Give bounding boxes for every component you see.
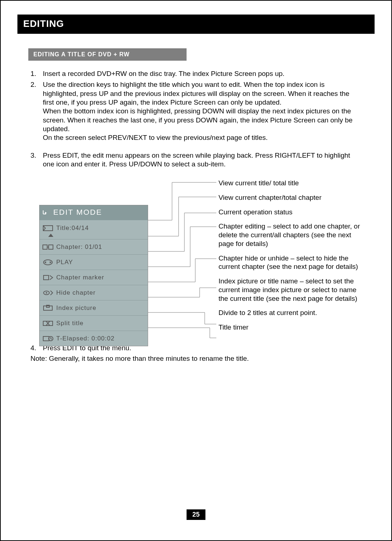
hide-icon [40, 289, 56, 296]
panel-row: Title:04/14 [40, 220, 148, 239]
chapter-icon [40, 243, 56, 251]
panel-row: Hide chapter [40, 285, 148, 300]
step-number: 2. [30, 80, 43, 142]
callout-text: Index picture or title name – select to … [219, 277, 367, 303]
panel-row-label: Index picture [56, 304, 148, 312]
callout-text: Current operation status [219, 208, 367, 217]
panel-row-label: Chapter: 01/01 [56, 243, 148, 251]
edit-mode-diagram: EDIT MODE Title:04/14 [30, 179, 362, 342]
up-triangle-icon [48, 234, 53, 237]
arrow-right-icon [42, 207, 48, 217]
panel-title: EDIT MODE [40, 205, 148, 220]
callout-text: View current chapter/total chapter [219, 193, 367, 202]
callout-text: Chapter editing – select to add one chap… [219, 222, 367, 248]
panel-row: T-Elapsed: 0:00:02 [40, 331, 148, 346]
panel-row-label: Chapter marker [56, 274, 148, 282]
elapsed-icon [40, 335, 56, 342]
panel-row: Index picture [40, 300, 148, 315]
steps-list: 1. Insert a recorded DVD+RW on the disc … [30, 69, 362, 142]
body-content: 1. Insert a recorded DVD+RW on the disc … [17, 61, 375, 363]
index-icon [40, 304, 56, 312]
panel-row: Split title [40, 315, 148, 331]
svg-point-7 [46, 292, 47, 294]
svg-rect-1 [43, 245, 47, 249]
play-icon [40, 259, 56, 266]
split-icon [40, 320, 56, 327]
note-text: Note: Generally, it takes no more than t… [30, 354, 362, 363]
list-item: 3. Press EDIT, the edit menu appears on … [30, 151, 362, 169]
panel-row-label: Title:04/14 [56, 224, 148, 232]
section-subtitle-bar: EDITING A TITLE OF DVD + RW [28, 48, 187, 61]
list-item: 2. Use the direction keys to highlight t… [30, 80, 362, 142]
svg-rect-11 [43, 336, 49, 341]
callout-text: Divide to 2 titles at current point. [219, 308, 367, 317]
step-text: Use the direction keys to highlight the … [43, 80, 362, 142]
svg-rect-2 [49, 245, 53, 249]
svg-rect-5 [44, 275, 49, 280]
svg-rect-0 [43, 226, 53, 231]
step-number: 1. [30, 69, 43, 78]
edit-mode-panel: EDIT MODE Title:04/14 [39, 205, 148, 346]
document-page: EDITING EDITING A TITLE OF DVD + RW 1. I… [0, 0, 392, 541]
page-title: EDITING [23, 18, 64, 29]
panel-row-label: Hide chapter [56, 289, 148, 297]
panel-title-text: EDIT MODE [53, 208, 102, 216]
steps-list-2: 3. Press EDIT, the edit menu appears on … [30, 151, 362, 169]
panel-row: PLAY [40, 254, 148, 270]
callout-text: Title timer [219, 323, 367, 332]
callout-text: View current title/ total title [219, 179, 367, 187]
page-number: 25 [187, 509, 205, 520]
callout-column: View current title/ total title View cur… [219, 179, 367, 332]
title-icon [40, 225, 56, 232]
panel-row: Chapter: 01/01 [40, 239, 148, 254]
panel-row-label: PLAY [56, 258, 148, 266]
panel-row: Chapter marker [40, 270, 148, 285]
after-diagram-text: 4. Press EDIT to quit the menu. Note: Ge… [30, 344, 362, 363]
panel-row-label: T-Elapsed: 0:00:02 [56, 335, 148, 343]
step-text: Insert a recorded DVD+RW on the disc tra… [43, 69, 362, 78]
callout-text: Chapter hide or unhide – select to hide … [219, 254, 367, 271]
step-number: 3. [30, 151, 43, 169]
marker-icon [40, 274, 56, 281]
step-text: Press EDIT, the edit menu appears on the… [43, 151, 362, 169]
svg-rect-8 [44, 306, 52, 310]
list-item: 1. Insert a recorded DVD+RW on the disc … [30, 69, 362, 78]
section-subtitle: EDITING A TITLE OF DVD + RW [33, 51, 130, 57]
panel-row-label: Split title [56, 319, 148, 327]
page-title-bar: EDITING [17, 15, 375, 34]
